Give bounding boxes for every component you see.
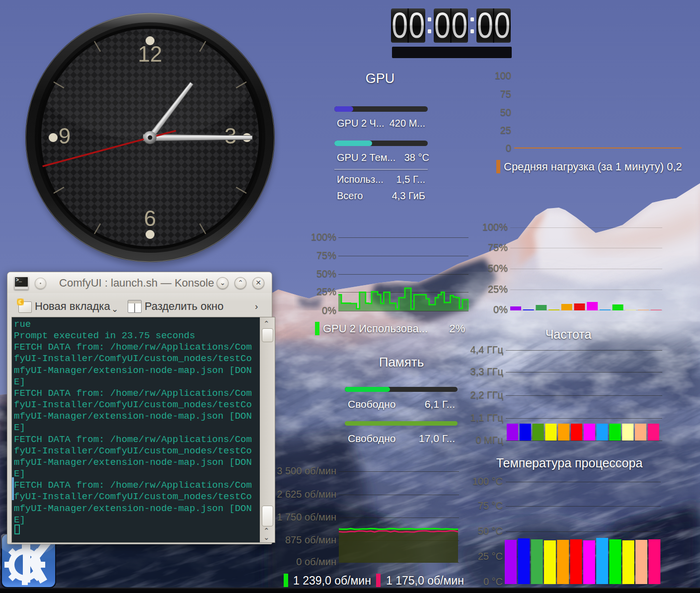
svg-text:6: 6 (144, 206, 156, 230)
svg-text:0: 0 (451, 5, 467, 45)
svg-text:0: 0 (409, 5, 425, 45)
svg-text:9: 9 (59, 124, 71, 148)
svg-text:0: 0 (434, 5, 451, 45)
svg-text:0: 0 (391, 5, 408, 45)
svg-text:0: 0 (494, 5, 510, 45)
svg-text:12: 12 (138, 42, 162, 66)
svg-text:0: 0 (477, 5, 493, 45)
